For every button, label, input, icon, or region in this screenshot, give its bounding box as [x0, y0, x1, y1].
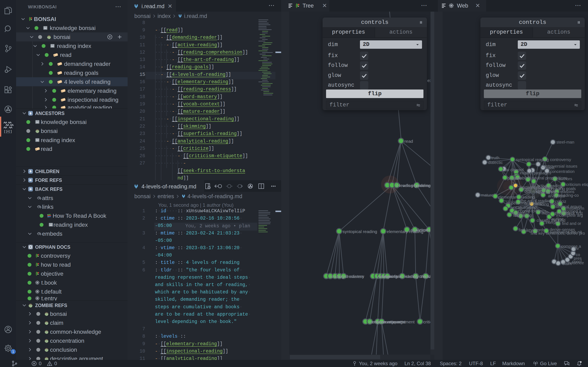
svg-text:raw discord: raw discord: [503, 167, 523, 172]
svg-text:reading-co: reading-co: [559, 193, 579, 198]
svg-text:ev: ev: [575, 246, 579, 250]
svg-text:dialectic: dialectic: [488, 160, 503, 165]
svg-text:auth: auth: [541, 211, 549, 215]
svg-text:criticism: criticism: [423, 319, 430, 324]
svg-text:demanding reader: demanding reader: [420, 183, 430, 188]
svg-text:counter argument: counter argument: [381, 319, 415, 324]
svg-text:truth: truth: [491, 156, 499, 160]
svg-text:word mastery: word mastery: [338, 274, 364, 279]
svg-text:evidence: evidence: [568, 261, 584, 265]
svg-text:reading index: reading index: [535, 202, 560, 206]
svg-text:mature: mature: [481, 193, 493, 197]
svg-text:ex: ex: [427, 78, 430, 83]
svg-text:summarize the nit: summarize the nit: [550, 230, 582, 234]
svg-text:criticize, desc: criticize, desc: [419, 274, 430, 279]
svg-text:find and or: find and or: [562, 221, 581, 226]
svg-text:inspectional read: inspectional read: [418, 227, 430, 232]
svg-text:syntopical reading controversy: syntopical reading controversy: [516, 157, 571, 162]
svg-text:sup: sup: [513, 213, 519, 217]
svg-text:interpre: interpre: [545, 220, 559, 225]
svg-text:elementar: elementar: [498, 195, 516, 200]
svg-text:read: read: [405, 139, 413, 143]
svg-text:authors: authors: [559, 176, 572, 181]
svg-text:syntopical reading: syntopical reading: [343, 229, 377, 234]
svg-text:criticism etiq: criticism etiq: [566, 182, 588, 187]
svg-text:knowledge bonsai: knowledge bonsai: [521, 185, 553, 189]
svg-text:steel-man: steel-man: [556, 140, 574, 144]
svg-text:concentration: concentration: [550, 169, 575, 174]
svg-text:inspect passages: inspect passages: [520, 171, 551, 175]
